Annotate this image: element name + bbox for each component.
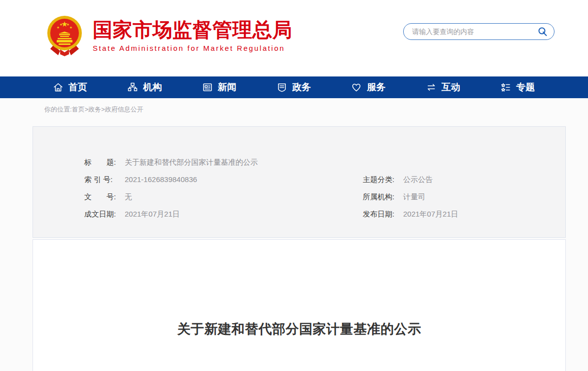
meta-category-value: 公示公告	[403, 171, 433, 188]
meta-org-label: 所属机构:	[363, 188, 403, 205]
article-title: 关于新建和替代部分国家计量基准的公示	[33, 320, 565, 338]
nav-item-services[interactable]: 服务	[331, 76, 406, 98]
site-search	[403, 23, 554, 40]
sitemap-icon	[127, 82, 138, 93]
nav-label: 机构	[143, 81, 162, 94]
svg-text:★: ★	[69, 26, 72, 30]
breadcrumb-item-gov[interactable]: 政务	[88, 106, 101, 113]
search-icon[interactable]	[537, 26, 548, 37]
meta-published-date-label: 发布日期:	[363, 205, 403, 223]
meta-index-value: 2021-1626839840836	[125, 171, 197, 188]
home-icon	[53, 82, 64, 93]
svg-text:★: ★	[60, 23, 63, 27]
meta-category-label: 主题分类:	[363, 171, 403, 188]
breadcrumb-prefix: 你的位置:	[44, 106, 72, 113]
meta-title-label: 标 题:	[84, 153, 125, 171]
meta-docno-value: 无	[125, 188, 132, 205]
breadcrumb-item-info-disclosure[interactable]: 政府信息公开	[105, 106, 143, 113]
nav-label: 首页	[69, 81, 87, 94]
meta-published-date-value: 2021年07月21日	[403, 205, 458, 223]
site-header: ★ ★ ★ ★ ★ 国家市场监督管理总局 State Administratio…	[0, 0, 588, 76]
nav-item-gov-affairs[interactable]: 政务	[256, 76, 331, 98]
site-title-en: State Administration for Market Regulati…	[93, 44, 292, 52]
meta-docno-label: 文 号:	[84, 188, 125, 205]
exchange-arrows-icon	[426, 82, 437, 93]
breadcrumb: 你的位置:首页>政务>政府信息公开	[0, 98, 588, 114]
nav-label: 专题	[516, 81, 535, 94]
nav-label: 服务	[367, 81, 385, 94]
meta-row-docno: 文 号: 无 所属机构: 计量司	[84, 188, 565, 205]
breadcrumb-item-home[interactable]: 首页	[72, 106, 85, 113]
site-logo-link[interactable]: ★ ★ ★ ★ ★ 国家市场监督管理总局 State Administratio…	[45, 15, 292, 57]
nav-label: 互动	[442, 81, 460, 94]
meta-title-value: 关于新建和替代部分国家计量基准的公示	[125, 153, 258, 171]
document-meta-panel: 标 题: 关于新建和替代部分国家计量基准的公示 索 引 号: 2021-1626…	[33, 126, 566, 238]
nav-item-news[interactable]: 新闻	[182, 76, 256, 98]
nav-item-interact[interactable]: 互动	[406, 76, 480, 98]
star-list-icon	[500, 82, 511, 93]
nav-item-orgs[interactable]: 机构	[107, 76, 181, 98]
meta-row-index: 索 引 号: 2021-1626839840836 主题分类: 公示公告	[84, 171, 565, 188]
national-emblem-icon: ★ ★ ★ ★ ★	[45, 15, 84, 57]
newspaper-icon	[202, 82, 213, 93]
heart-icon	[351, 82, 362, 93]
site-title-cn: 国家市场监督管理总局	[93, 19, 292, 40]
meta-row-title: 标 题: 关于新建和替代部分国家计量基准的公示	[84, 153, 565, 171]
article-panel: 关于新建和替代部分国家计量基准的公示	[33, 239, 566, 371]
meta-org-value: 计量司	[403, 188, 425, 205]
meta-written-date-label: 成文日期:	[84, 205, 125, 223]
nav-label: 政务	[292, 81, 311, 94]
brand-text: 国家市场监督管理总局 State Administration for Mark…	[93, 15, 292, 52]
nav-item-home[interactable]: 首页	[33, 76, 107, 98]
nav-label: 新闻	[218, 81, 237, 94]
meta-row-dates: 成文日期: 2021年07月21日 发布日期: 2021年07月21日	[84, 205, 565, 223]
search-input[interactable]	[411, 27, 537, 36]
main-nav: 首页 机构 新闻 政务 服务	[0, 76, 588, 98]
meta-index-label: 索 引 号:	[84, 171, 125, 188]
meta-written-date-value: 2021年07月21日	[125, 205, 180, 223]
gov-shield-icon	[277, 82, 287, 93]
breadcrumb-separator: >	[101, 106, 105, 113]
nav-item-topics[interactable]: 专题	[481, 76, 555, 98]
